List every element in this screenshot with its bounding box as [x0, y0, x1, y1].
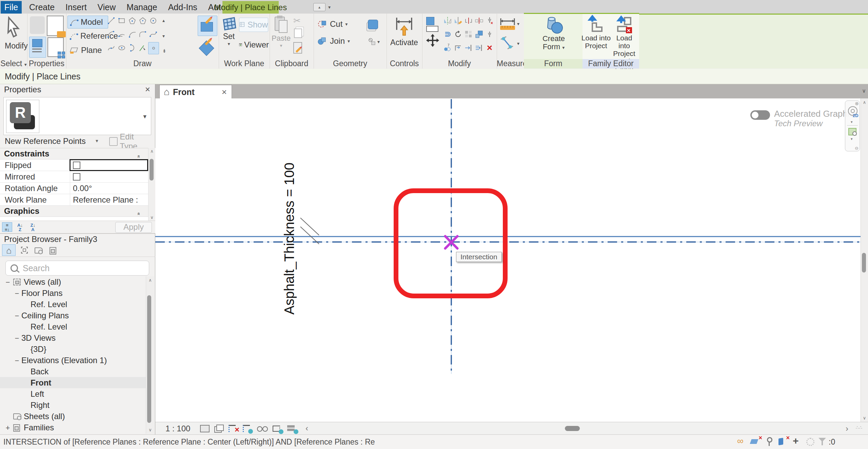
chevron-down-icon[interactable]: ▾	[328, 4, 331, 10]
panel-label-draw[interactable]: Draw	[66, 59, 219, 69]
show-work-plane-button[interactable]: Show	[239, 18, 268, 32]
context-tab-modify-place-lines[interactable]: Modify | Place Lines	[222, 1, 279, 14]
panel-label-measure[interactable]: Measure	[497, 59, 524, 69]
aligned-dimension-button[interactable]	[499, 35, 514, 50]
close-icon[interactable]: ⊗	[855, 101, 859, 106]
scroll-down-icon[interactable]: ∨	[146, 427, 154, 432]
scrollbar-thumb[interactable]	[565, 426, 580, 431]
model-line-button[interactable]: Model	[67, 16, 108, 29]
ribbon-tab[interactable]: View	[92, 0, 121, 14]
tree-item[interactable]: Sheets (all)	[0, 411, 146, 422]
chevron-down-icon[interactable]: ▾	[96, 138, 98, 144]
project-browser-scrollbar[interactable]: ∧ ∨	[146, 276, 154, 434]
start-end-radius-arc-tool[interactable]	[106, 29, 116, 40]
rectangle-tool[interactable]	[117, 15, 127, 26]
rotate-tool[interactable]	[453, 29, 463, 40]
copy-to-clipboard-icon[interactable]	[294, 29, 302, 38]
unpin-tool[interactable]: ×	[485, 15, 495, 26]
offset-tool[interactable]	[442, 29, 453, 40]
home-icon[interactable]: ⌂	[2, 244, 16, 256]
panel-label-clipboard[interactable]: Clipboard	[270, 59, 314, 69]
modify-button[interactable]: Modify	[5, 16, 28, 51]
scroll-right-icon[interactable]: ›	[846, 424, 848, 433]
align-tool[interactable]	[425, 16, 440, 31]
tree-item[interactable]: −Floor Plans	[0, 287, 146, 299]
scale-tool[interactable]	[474, 29, 484, 40]
draw-on-work-plane-button[interactable]	[198, 16, 217, 36]
sort-default-button[interactable]: ≡≡↕	[2, 222, 12, 232]
property-row[interactable]: Flipped	[0, 160, 155, 171]
reveal-constraints-icon[interactable]	[286, 424, 298, 433]
view-tab-front[interactable]: ⌂ Front ×	[159, 85, 232, 99]
vertical-scrollbar[interactable]: ∧ ∨	[861, 98, 868, 422]
copy-tool[interactable]: 7	[442, 42, 453, 54]
center-ends-arc-tool[interactable]	[117, 29, 127, 40]
zoom-region-icon[interactable]	[848, 128, 856, 135]
load-into-project-button[interactable]: Load intoProject	[583, 15, 609, 50]
checkbox[interactable]	[73, 173, 80, 181]
panel-label-family-editor[interactable]: Family Editor	[583, 59, 639, 69]
panel-label-controls[interactable]: Controls	[387, 59, 422, 69]
delete-tool[interactable]: ×	[485, 42, 495, 54]
mirror-pick-axis-tool[interactable]	[442, 15, 453, 26]
point-element-tool[interactable]	[148, 42, 159, 54]
section-header-graphics[interactable]: Graphics «	[0, 206, 155, 217]
viewer-button[interactable]: Viewer	[239, 38, 269, 52]
tangent-arc-tool[interactable]	[127, 29, 137, 40]
view-scale-button[interactable]: 1 : 100	[165, 424, 190, 433]
tree-item[interactable]: −Views (all)	[0, 276, 146, 287]
family-types-button[interactable]	[29, 37, 46, 58]
tree-item[interactable]: Ref. Level	[0, 321, 146, 332]
property-row[interactable]: Rotation Angle 0.00°	[0, 183, 155, 194]
select-elements-by-face-icon[interactable]	[778, 436, 790, 447]
scrollbar-thumb[interactable]	[862, 253, 866, 273]
tree-item[interactable]: −3D Views	[0, 332, 146, 343]
ribbon-tab[interactable]: Create	[24, 0, 60, 14]
panel-label-work-plane[interactable]: Work Plane	[219, 59, 270, 69]
cut-geometry-button[interactable]: Cut ▾	[317, 19, 348, 29]
dimension-label-asphalt-thickness[interactable]: Asphalt_Thickness = 100	[282, 140, 297, 337]
draw-scroll-down-icon[interactable]: ▾	[162, 33, 165, 39]
properties-scrollbar[interactable]: ∧ ∨	[148, 148, 155, 221]
minimize-icon[interactable]: ⊖	[855, 146, 859, 151]
collapse-view-bar-icon[interactable]: ‹	[301, 424, 313, 433]
tree-item[interactable]: Front	[0, 377, 146, 388]
tree-item[interactable]: +Families	[0, 422, 146, 433]
select-links-icon[interactable]	[736, 436, 749, 447]
tree-expander[interactable]: −	[13, 310, 21, 321]
families-icon[interactable]	[47, 244, 61, 256]
cut-to-clipboard-icon[interactable]: ✂	[293, 16, 301, 26]
draw-expand-icon[interactable]: ⇟	[162, 48, 166, 54]
sheets-icon[interactable]	[33, 244, 46, 256]
edit-type-button[interactable]: Edit Type	[109, 136, 153, 147]
visual-style-icon[interactable]	[213, 424, 224, 433]
ribbon-display-toggle[interactable]: ▴ ▾	[313, 3, 335, 12]
mirror-draw-axis-tool[interactable]	[453, 15, 463, 26]
drag-elements-on-selection-icon[interactable]	[791, 436, 804, 447]
select-underlay-elements-icon[interactable]	[750, 436, 762, 447]
chevron-down-icon[interactable]: ▾	[851, 120, 853, 124]
tree-item[interactable]: {3D}	[0, 343, 146, 355]
section-header-constraints[interactable]: Constraints «	[0, 148, 155, 160]
trim-extend-single-tool[interactable]	[463, 42, 474, 54]
set-work-plane-button[interactable]: Set ▾	[220, 16, 238, 46]
ribbon-tab[interactable]: Manage	[121, 0, 162, 14]
panel-label-modify[interactable]: Modify	[422, 59, 497, 69]
tree-item[interactable]: Back	[0, 366, 146, 377]
trim-extend-to-corner-tool[interactable]	[453, 42, 463, 54]
type-selector[interactable]: R ▼	[3, 97, 151, 135]
reference-plane-button[interactable]: Plane	[67, 44, 110, 56]
tree-item[interactable]: −Elevations (Elevation 1)	[0, 355, 146, 366]
ribbon-tab[interactable]: Add-Ins	[163, 0, 203, 14]
tab-list-icon[interactable]: ∨	[862, 88, 866, 94]
panel-label-geometry[interactable]: Geometry	[314, 59, 387, 69]
tree-item[interactable]: −Ceiling Plans	[0, 310, 146, 321]
close-icon[interactable]: ×	[145, 84, 150, 94]
drawing-canvas[interactable]: Asphalt_Thickness = 100 Intersection Acc…	[155, 98, 861, 422]
split-element-tool[interactable]	[463, 15, 474, 26]
match-type-properties-icon[interactable]	[293, 42, 302, 54]
tree-item[interactable]: Left	[0, 388, 146, 399]
sort-descending-button[interactable]: Z↓A	[28, 222, 38, 232]
checkbox[interactable]	[73, 162, 80, 169]
apply-button[interactable]: Apply	[115, 222, 152, 233]
